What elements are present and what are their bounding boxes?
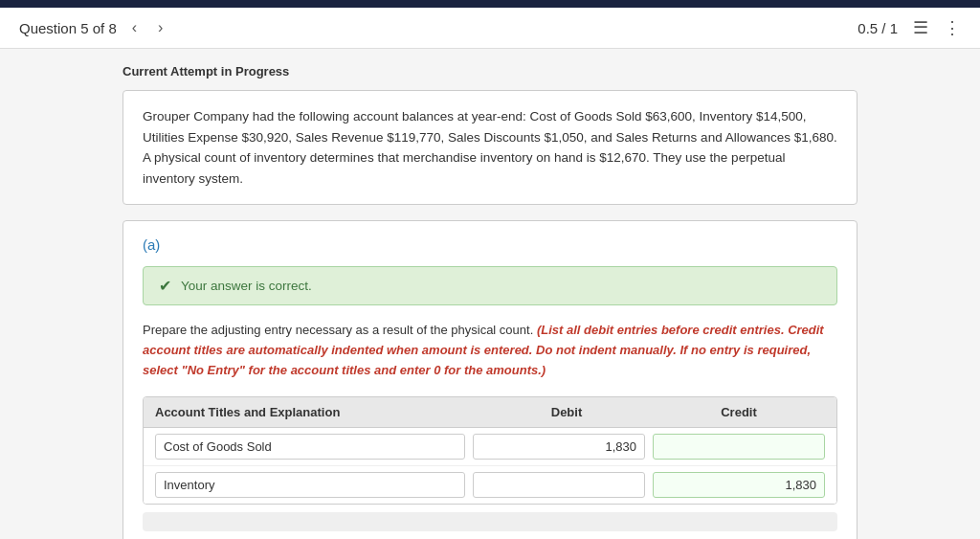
attempt-badge: Current Attempt in Progress xyxy=(122,64,858,79)
prev-button[interactable]: ‹ xyxy=(126,17,143,38)
table-row xyxy=(144,428,836,466)
instructions-prefix: Prepare the adjusting entry necessary as… xyxy=(143,323,533,337)
col-credit-header: Credit xyxy=(653,405,825,419)
correct-message: Your answer is correct. xyxy=(181,279,312,293)
table-row xyxy=(144,466,836,504)
col-account-header: Account Titles and Explanation xyxy=(155,405,480,419)
row1-account-input[interactable] xyxy=(155,434,465,460)
header-right: 0.5 / 1 ☰ ⋮ xyxy=(858,17,961,38)
col-debit-header: Debit xyxy=(480,405,653,419)
question-title: Question 5 of 8 xyxy=(19,20,117,36)
section-label: (a) xyxy=(143,236,837,253)
instructions: Prepare the adjusting entry necessary as… xyxy=(143,321,837,380)
main-content: Current Attempt in Progress Grouper Comp… xyxy=(107,49,873,539)
row2-credit-input[interactable] xyxy=(653,472,825,498)
row1-credit-cell[interactable] xyxy=(653,434,825,460)
row2-debit-input[interactable] xyxy=(473,472,645,498)
row1-debit-cell[interactable] xyxy=(473,434,645,460)
journal-table: Account Titles and Explanation Debit Cre… xyxy=(143,396,837,505)
next-button[interactable]: › xyxy=(152,17,168,38)
problem-box: Grouper Company had the following accoun… xyxy=(122,90,858,205)
row1-account-cell[interactable] xyxy=(155,434,465,460)
table-header: Account Titles and Explanation Debit Cre… xyxy=(144,397,836,428)
header-left: Question 5 of 8 ‹ › xyxy=(19,17,168,38)
row2-debit-cell[interactable] xyxy=(473,472,645,498)
score-display: 0.5 / 1 xyxy=(858,20,898,36)
row1-debit-input[interactable] xyxy=(473,434,645,460)
header: Question 5 of 8 ‹ › 0.5 / 1 ☰ ⋮ xyxy=(0,8,980,49)
problem-text: Grouper Company had the following accoun… xyxy=(143,109,837,186)
row2-account-cell[interactable] xyxy=(155,472,465,498)
row2-credit-cell[interactable] xyxy=(653,472,825,498)
section-box: (a) ✔ Your answer is correct. Prepare th… xyxy=(122,220,858,539)
check-icon: ✔ xyxy=(159,277,171,295)
bottom-section-fade xyxy=(143,512,837,531)
row2-account-input[interactable] xyxy=(155,472,465,498)
top-bar xyxy=(0,0,980,8)
list-icon-button[interactable]: ☰ xyxy=(913,17,928,38)
correct-banner: ✔ Your answer is correct. xyxy=(143,266,837,305)
more-icon-button[interactable]: ⋮ xyxy=(944,17,961,38)
row1-credit-input[interactable] xyxy=(653,434,825,460)
